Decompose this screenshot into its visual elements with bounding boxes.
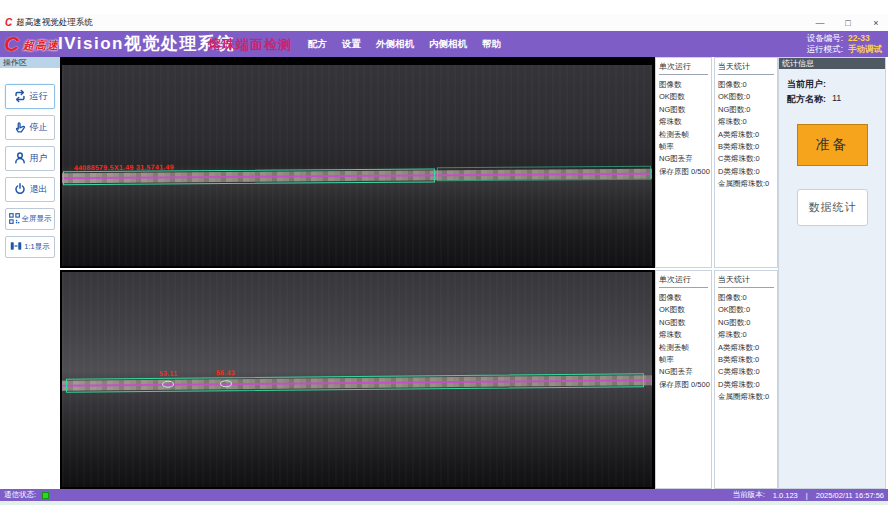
run-mode-value: 手动调试: [848, 44, 882, 55]
camera-image: 53.11 56.43: [62, 272, 652, 487]
info-panel-title: 统计信息: [779, 58, 885, 69]
minimize-icon[interactable]: —: [814, 18, 826, 28]
menu-item[interactable]: 外侧相机: [376, 38, 414, 51]
device-info: 设备编号: 22-33 运行模式: 手动调试: [807, 33, 882, 55]
version-info: 当前版本: 1.0.123 | 2025/02/11 16:57:56: [733, 490, 884, 500]
today-stats: 当天统计 图像数:0OK图数:0NG图数:0熔珠数:0A类熔珠数:0B类熔珠数:…: [714, 57, 778, 268]
stop-button-label: 停止: [30, 121, 48, 134]
fullscreen-button[interactable]: 全屏显示: [5, 208, 55, 230]
single-run-stats: 单次运行 图像数OK图数NG图数熔珠数检测丢帧帧率NG图丢弃保存原图 0/500: [655, 270, 712, 489]
operation-sidebar: 操作区 运行 停止: [0, 57, 60, 489]
stats-panel-outer: 单次运行 图像数OK图数NG图数熔珠数检测丢帧帧率NG图丢弃保存原图 0/500…: [655, 57, 778, 268]
stat-row: 熔珠数:0: [718, 329, 774, 341]
menu-item[interactable]: 配方: [308, 38, 327, 51]
user-button[interactable]: 用户: [5, 146, 55, 171]
today-stats: 当天统计 图像数:0OK图数:0NG图数:0熔珠数:0A类熔珠数:0B类熔珠数:…: [714, 270, 778, 489]
measurement-annotation: 44088579.5X1.49 31.5741.49: [74, 163, 174, 171]
detect-rect: [66, 373, 644, 393]
stat-row: NG图数: [659, 317, 708, 329]
stat-row: 帧率: [659, 354, 708, 366]
close-icon[interactable]: ×: [870, 18, 882, 28]
run-button[interactable]: 运行: [5, 84, 55, 109]
stat-row: A类熔珠数:0: [718, 129, 774, 141]
current-user-line: 当前用户:: [787, 78, 826, 91]
single-run-title: 单次运行: [659, 61, 708, 75]
device-number-value: 22-33: [848, 33, 870, 44]
stat-row: 熔珠数: [659, 329, 708, 341]
stat-row: OK图数: [659, 91, 708, 103]
exit-button-label: 退出: [30, 183, 48, 196]
brand-name: 超高速: [23, 38, 59, 53]
stat-row: B类熔珠数:0: [718, 141, 774, 153]
datetime: 2025/02/11 16:57:56: [816, 491, 884, 500]
detect-rect: [437, 166, 651, 182]
stat-row: 熔珠数: [659, 116, 708, 128]
recipe-line: 配方名称: 11: [787, 93, 841, 106]
stat-row: 金属圈熔珠数:0: [718, 178, 774, 190]
stat-row: OK图数: [659, 304, 708, 316]
stat-row: NG图丢弃: [659, 153, 708, 165]
weld-strip: 53.11 56.43: [62, 375, 652, 391]
stat-row: B类熔珠数:0: [718, 354, 774, 366]
device-number-label: 设备编号:: [807, 33, 843, 44]
stat-row: 保存原图 0/500: [659, 166, 708, 178]
one-to-one-button-label: 1:1显示: [24, 242, 49, 252]
stat-row: D类熔珠数:0: [718, 379, 774, 391]
exit-button[interactable]: 退出: [5, 177, 55, 202]
prepare-button[interactable]: 准备: [797, 124, 868, 166]
stat-row: OK图数:0: [718, 91, 774, 103]
detect-rect: [63, 168, 435, 185]
camera-view-inner: 53.11 56.43: [60, 270, 655, 489]
menu-bar: 配方设置外侧相机内侧相机帮助: [308, 31, 501, 57]
stat-row: 图像数: [659, 79, 708, 91]
today-title: 当天统计: [718, 274, 774, 288]
status-bar: 通信状态: 当前版本: 1.0.123 | 2025/02/11 16:57:5…: [0, 489, 888, 501]
stat-row: 图像数: [659, 292, 708, 304]
stat-row: NG图丢弃: [659, 366, 708, 378]
recipe-name-label: 配方名称:: [787, 93, 826, 106]
comm-status-label: 通信状态:: [4, 490, 36, 500]
one-to-one-button[interactable]: 1:1显示: [5, 236, 55, 258]
menu-item[interactable]: 设置: [342, 38, 361, 51]
run-button-label: 运行: [30, 90, 48, 103]
bottom-edge: [0, 501, 888, 505]
stat-row: 检测丢帧: [659, 342, 708, 354]
stat-row: NG图数:0: [718, 104, 774, 116]
menu-item[interactable]: 内侧相机: [429, 38, 467, 51]
stat-row: D类熔珠数:0: [718, 166, 774, 178]
brand-swoosh-icon: C: [4, 31, 19, 57]
version-value: 1.0.123: [773, 491, 798, 500]
version-label: 当前版本:: [733, 490, 765, 500]
stat-row: C类熔珠数:0: [718, 153, 774, 165]
user-icon: [13, 151, 27, 167]
stat-row: OK图数:0: [718, 304, 774, 316]
stat-row: C类熔珠数:0: [718, 366, 774, 378]
hand-icon: [13, 120, 27, 136]
single-run-stats: 单次运行 图像数OK图数NG图数熔珠数检测丢帧帧率NG图丢弃保存原图 0/500: [655, 57, 712, 268]
window-controls: — □ ×: [814, 14, 882, 31]
data-statistics-button[interactable]: 数据统计: [797, 189, 868, 226]
cycle-arrows-icon: [13, 89, 27, 105]
stat-row: 保存原图 0/500: [659, 379, 708, 391]
stat-row: NG图数: [659, 104, 708, 116]
separator: |: [806, 491, 808, 500]
info-panel: 统计信息 当前用户: 配方名称: 11 准备 数据统计: [778, 57, 886, 489]
menu-item[interactable]: 帮助: [482, 38, 501, 51]
maximize-icon[interactable]: □: [842, 18, 854, 28]
measurement-annotation: 53.11: [159, 370, 178, 377]
stat-row: 金属圈熔珠数:0: [718, 391, 774, 403]
stat-row: 图像数:0: [718, 292, 774, 304]
window-titlebar: C 超高速视觉处理系统 — □ ×: [0, 14, 888, 31]
app-subtitle: 熔珠端面检测: [208, 31, 292, 59]
stat-row: 检测丢帧: [659, 129, 708, 141]
window-title: 超高速视觉处理系统: [16, 17, 93, 29]
single-run-title: 单次运行: [659, 274, 708, 288]
one-to-one-icon: [10, 240, 22, 254]
run-mode-label: 运行模式:: [807, 44, 843, 55]
user-button-label: 用户: [30, 152, 48, 165]
stop-button[interactable]: 停止: [5, 115, 55, 140]
weld-strip: 44088579.5X1.49 31.5741.49: [62, 169, 652, 184]
stat-row: 熔珠数:0: [718, 116, 774, 128]
app-window: C 超高速视觉处理系统 — □ × C 超高速 IVision视觉处理系统 熔珠…: [0, 0, 888, 522]
camera-image: 44088579.5X1.49 31.5741.49: [62, 65, 652, 266]
